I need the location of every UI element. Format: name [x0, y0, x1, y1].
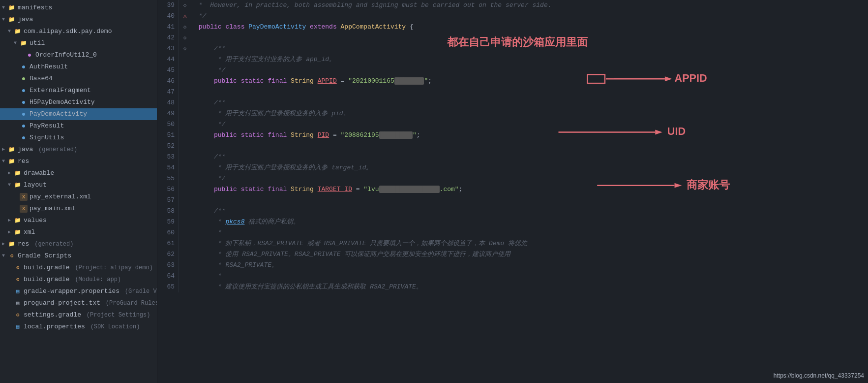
- xml-icon-pay-main: X: [20, 205, 28, 213]
- circle-icon-h5pay: ●: [20, 98, 28, 106]
- gutter-41: ⚠: [179, 11, 191, 22]
- line-num-65: 65: [159, 282, 175, 292]
- sidebar-item-gradle-scripts[interactable]: ⚙ Gradle Scripts: [0, 250, 157, 262]
- label-build-gradle-project: build.gradle (Project: alipay_demo): [24, 263, 153, 273]
- sidebar-item-pay-main-xml[interactable]: X pay_main.xml: [0, 203, 157, 215]
- label-settings-gradle: settings.gradle (Project Settings): [24, 310, 150, 320]
- code-line-41: public class PayDemoActivity extends App…: [195, 22, 864, 32]
- code-line-40: */: [195, 11, 864, 22]
- circle-icon-signutils: ●: [20, 134, 28, 142]
- sidebar-item-manifests[interactable]: 📁 manifests: [0, 2, 157, 14]
- arrow-com-alipay: [8, 27, 14, 36]
- code-line-58: /**: [195, 206, 864, 217]
- sidebar-item-local-properties[interactable]: ▤ local.properties (SDK Location): [0, 321, 157, 333]
- gradle-icon-settings: ⚙: [14, 311, 22, 319]
- gradle-icon-build-module: ⚙: [14, 276, 22, 284]
- line-num-41: 41: [159, 22, 175, 32]
- code-line-61: * 如下私钥，RSA2_PRIVATE 或者 RSA_PRIVATE 只需要填入…: [195, 238, 864, 249]
- label-xml: xml: [24, 227, 35, 237]
- code-line-51: public static final String PID = "208862…: [195, 130, 864, 141]
- sidebar-item-java[interactable]: 📁 java: [0, 14, 157, 26]
- gutter-50: ◇: [179, 32, 191, 43]
- label-java: java: [18, 15, 33, 25]
- sidebar-item-gradle-wrapper[interactable]: ▤ gradle-wrapper.properties (Gradle Vers…: [0, 286, 157, 297]
- code-line-39: * However, in practice, both assembling …: [195, 0, 864, 11]
- line-num-64: 64: [159, 271, 175, 282]
- line-num-59: 59: [159, 217, 175, 227]
- sidebar-item-payresult[interactable]: ● PayResult: [0, 120, 157, 132]
- sidebar-item-res[interactable]: 📁 res: [0, 156, 157, 167]
- code-line-60: *: [195, 227, 864, 238]
- code-line-50: */: [195, 119, 864, 130]
- sidebar-item-com-alipay[interactable]: 📁 com.alipay.sdk.pay.demo: [0, 26, 157, 37]
- circle-icon-paydemo: ●: [20, 110, 28, 118]
- sidebar-item-base64[interactable]: ● Base64: [0, 73, 157, 85]
- code-line-44: * 用于支付宝支付业务的入参 app_id。: [195, 54, 864, 65]
- code-line-43: /**: [195, 43, 864, 54]
- watermark: https://blog.csdn.net/qq_43337254: [774, 372, 864, 379]
- line-num-61: 61: [159, 238, 175, 249]
- line-num-46: 46: [159, 76, 175, 87]
- sidebar-item-proguard[interactable]: ▤ proguard-project.txt (ProGuard Rules f…: [0, 297, 157, 309]
- code-area: * However, in practice, both assembling …: [191, 0, 868, 292]
- arrow-res-generated: [2, 239, 8, 249]
- line-num-58: 58: [159, 206, 175, 217]
- editor-panel: 39 40 41 42 43 44 45 46 47 48 49 50 51 5…: [157, 0, 868, 383]
- gutter: ◇ ⚠ ◇ ◇ ◇: [179, 0, 191, 292]
- code-line-57: [195, 195, 864, 206]
- code-line-42: [195, 32, 864, 43]
- watermark-text: https://blog.csdn.net/qq_43337254: [774, 372, 864, 379]
- xml-icon-pay-external: X: [20, 193, 28, 201]
- label-com-alipay: com.alipay.sdk.pay.demo: [24, 27, 112, 36]
- sidebar-item-signutils[interactable]: ● SignUtils: [0, 132, 157, 144]
- label-payresult: PayResult: [30, 121, 64, 131]
- line-num-62: 62: [159, 249, 175, 260]
- sidebar-item-authresult[interactable]: ● AuthResult: [0, 61, 157, 73]
- line-num-45: 45: [159, 65, 175, 76]
- label-signutils: SignUtils: [30, 133, 64, 143]
- folder-icon-util: 📁: [20, 39, 28, 47]
- sidebar-item-xml[interactable]: 📁 xml: [0, 226, 157, 238]
- line-num-44: 44: [159, 54, 175, 65]
- sidebar-item-paydemoacitivity[interactable]: ● PayDemoActivity: [0, 108, 157, 120]
- code-line-46: public static final String APPID = "2021…: [195, 76, 864, 87]
- sidebar-item-values[interactable]: 📁 values: [0, 215, 157, 226]
- sidebar-item-layout[interactable]: 📁 layout: [0, 179, 157, 191]
- line-num-55: 55: [159, 173, 175, 184]
- sidebar-item-build-gradle-module[interactable]: ⚙ build.gradle (Module: app): [0, 274, 157, 286]
- code-line-55: */: [195, 173, 864, 184]
- line-num-60: 60: [159, 227, 175, 238]
- sidebar-item-externalfragment[interactable]: ● ExternalFragment: [0, 85, 157, 96]
- line-num-51: 51: [159, 130, 175, 141]
- line-num-43: 43: [159, 43, 175, 54]
- sidebar-item-util[interactable]: 📁 util: [0, 37, 157, 49]
- code-line-45: */: [195, 65, 864, 76]
- folder-icon-com-alipay: 📁: [14, 28, 22, 35]
- sidebar-item-drawable[interactable]: 📁 drawable: [0, 167, 157, 179]
- sidebar-item-orderinfoutil[interactable]: ● OrderInfoUtil2_0: [0, 49, 157, 61]
- sidebar-item-build-gradle-project[interactable]: ⚙ build.gradle (Project: alipay_demo): [0, 262, 157, 274]
- code-line-65: * 建议使用支付宝提供的公私钥生成工具生成和获取 RSA2_PRIVATE。: [195, 282, 864, 292]
- gradle-icon-build-project: ⚙: [14, 264, 22, 272]
- sidebar-item-pay-external-xml[interactable]: X pay_external.xml: [0, 191, 157, 203]
- gutter-40: ◇: [179, 0, 191, 11]
- sidebar-item-settings-gradle[interactable]: ⚙ settings.gradle (Project Settings): [0, 309, 157, 321]
- sidebar-item-h5pay[interactable]: ● H5PayDemoActivity: [0, 96, 157, 108]
- label-java-generated: java (generated): [18, 145, 77, 155]
- sidebar-item-java-generated[interactable]: 📁 java (generated): [0, 144, 157, 156]
- folder-icon-layout: 📁: [14, 181, 22, 189]
- line-num-42: 42: [159, 32, 175, 43]
- code-content[interactable]: 39 40 41 42 43 44 45 46 47 48 49 50 51 5…: [157, 0, 868, 383]
- folder-icon-res-generated: 📁: [8, 240, 16, 248]
- label-values: values: [24, 216, 47, 225]
- label-proguard: proguard-project.txt (ProGuard Rules for…: [24, 298, 157, 308]
- arrow-java-generated: [2, 145, 8, 155]
- arrow-manifests: [2, 3, 8, 13]
- file-tree-sidebar[interactable]: 📁 manifests 📁 java 📁 com.alipay.sdk.pay.…: [0, 0, 157, 383]
- sidebar-item-res-generated[interactable]: 📁 res (generated): [0, 238, 157, 250]
- label-paydemo: PayDemoActivity: [30, 109, 87, 119]
- label-gradle-scripts: Gradle Scripts: [18, 251, 71, 261]
- gutter-45: ◇: [179, 22, 191, 32]
- arrow-java: [2, 15, 8, 25]
- code-line-63: * RSA2_PRIVATE。: [195, 260, 864, 271]
